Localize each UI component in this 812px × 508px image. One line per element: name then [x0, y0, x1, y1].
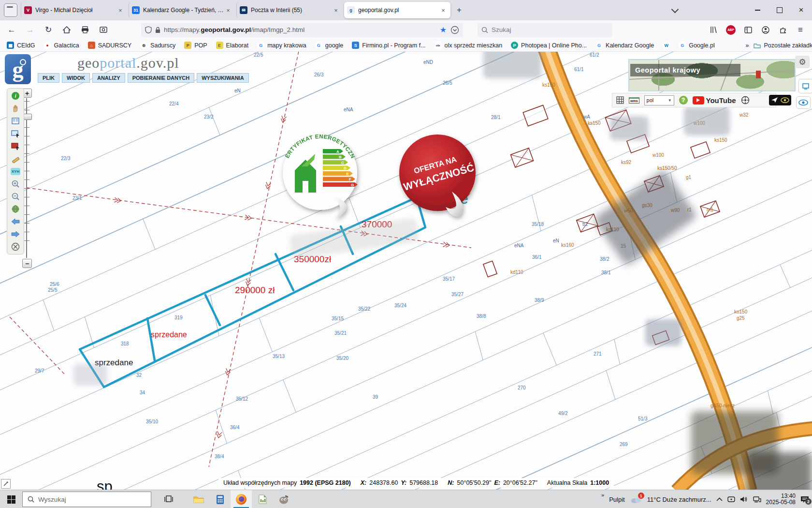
bookmark-item[interactable]: PPOP — [184, 42, 207, 49]
menu-icon[interactable]: ≡ — [793, 23, 808, 37]
tab-close-icon[interactable]: × — [224, 6, 232, 15]
calculator-icon[interactable] — [209, 490, 231, 508]
zoom-slider-track[interactable] — [26, 98, 27, 258]
clock[interactable]: 13:402025-05-08 — [766, 493, 796, 506]
browser-tab[interactable]: ggeoportal.gov.pl× — [344, 2, 450, 18]
home-button[interactable] — [59, 23, 74, 37]
pan-tool-icon[interactable] — [10, 103, 21, 114]
bookmark-item[interactable]: GGoogle.pl — [679, 42, 715, 49]
menu-item-analizy[interactable]: ANALIZY — [92, 73, 125, 83]
reload-button[interactable]: ↻ — [41, 23, 56, 37]
library-icon[interactable] — [706, 23, 721, 37]
accessibility-icon[interactable] — [741, 96, 750, 105]
overview-minimap[interactable]: Geoportal krajowy — [628, 59, 796, 91]
start-button[interactable] — [0, 490, 22, 508]
menu-item-wyszukiwania[interactable]: WYSZUKIWANIA — [197, 73, 248, 83]
tab-close-icon[interactable]: × — [116, 6, 125, 15]
visibility-button[interactable] — [796, 96, 811, 109]
menu-item-plik[interactable]: PLIK — [38, 73, 59, 83]
volume-icon[interactable] — [740, 496, 748, 503]
previous-view-icon[interactable] — [10, 216, 21, 227]
network-icon[interactable] — [753, 496, 761, 503]
account-icon[interactable] — [758, 23, 773, 37]
taskbar-overflow-chevron[interactable]: » — [601, 492, 604, 498]
tray-app-icon[interactable] — [727, 496, 735, 503]
legend-tool-icon[interactable] — [10, 116, 21, 126]
tray-chevron-icon[interactable] — [716, 497, 723, 502]
menu-item-widok[interactable]: WIDOK — [62, 73, 90, 83]
info-tool-icon[interactable]: i — [10, 90, 21, 101]
clipped-tool-button[interactable] — [798, 79, 812, 93]
settings-gear-icon[interactable]: ⚙ — [795, 56, 810, 68]
next-view-icon[interactable] — [10, 229, 21, 239]
menu-item-pobieranie-danych[interactable]: POBIERANIE DANYCH — [128, 73, 195, 83]
libreoffice-calc-icon[interactable] — [252, 490, 273, 508]
firefox-view-icon[interactable] — [4, 3, 17, 17]
share-visibility-button[interactable] — [769, 95, 791, 105]
task-view-icon[interactable] — [158, 490, 179, 508]
bookmark-item[interactable]: W — [663, 42, 670, 49]
sidebar-icon[interactable] — [740, 23, 756, 37]
bookmark-item[interactable]: GKalendarz Google — [595, 42, 654, 49]
search-bar[interactable]: Szukaj — [478, 23, 612, 37]
firefox-icon[interactable] — [231, 490, 252, 508]
bookmark-item[interactable]: ●Galactica — [44, 42, 79, 49]
bookmark-item[interactable]: Gmapy krakowa — [257, 42, 306, 49]
zoom-out-button[interactable]: − — [22, 259, 32, 268]
draw-corner-icon[interactable] — [1, 479, 11, 489]
gimp-icon[interactable] — [273, 490, 294, 508]
bookmarks-overflow-chevron[interactable]: » — [746, 42, 749, 49]
window-maximize-button[interactable] — [768, 0, 790, 20]
site-title: geoportal.gov.pl — [77, 55, 179, 71]
bookmark-item[interactable]: olxolx sprzedz mieszkan — [435, 42, 503, 49]
back-button[interactable]: ← — [4, 23, 19, 37]
xyh-tool-icon[interactable]: XYH — [10, 166, 21, 177]
other-bookmarks[interactable]: Pozostałe zakładki — [754, 42, 812, 49]
wms-icon[interactable]: wms — [629, 97, 639, 104]
file-explorer-icon[interactable] — [188, 490, 209, 508]
bookmark-item[interactable]: ⌂SADURSCY — [88, 42, 131, 49]
bookmark-item[interactable]: ▦CEIdG — [7, 42, 35, 49]
browser-tab[interactable]: VVirgo - Michał Dzięcioł× — [21, 2, 128, 18]
window-minimize-button[interactable] — [747, 0, 768, 20]
bookmark-item[interactable]: Ggoogle — [315, 42, 344, 49]
extensions-icon[interactable] — [775, 23, 791, 37]
language-select[interactable]: pol▼ — [644, 95, 674, 105]
browser-tab[interactable]: 31Kalendarz Google - Tydzień, w |× — [129, 2, 235, 18]
pocket-icon[interactable] — [450, 26, 459, 34]
weather-temp[interactable]: 11°C Duże zachmurz... — [647, 496, 711, 503]
close-tool-icon[interactable] — [10, 241, 21, 252]
bookmark-star-icon[interactable]: ★ — [440, 25, 447, 34]
browser-tab[interactable]: ✉Poczta w Interii (55)× — [236, 2, 343, 18]
bookmark-item[interactable]: ⊕Sadurscy — [140, 42, 175, 49]
url-bar[interactable]: https://mapy.geoportal.gov.pl/imap/Imgp_… — [141, 23, 463, 37]
select-area-tool-icon[interactable] — [10, 128, 21, 139]
desktop-toolbar-label[interactable]: Pulpit — [609, 496, 625, 503]
help-button[interactable]: ? — [679, 96, 688, 105]
window-close-button[interactable]: × — [790, 0, 812, 20]
tab-close-icon[interactable]: × — [332, 6, 340, 15]
bookmark-item[interactable]: EElaborat — [216, 42, 249, 49]
list-all-tabs-icon[interactable] — [666, 0, 684, 20]
action-center-icon[interactable]: 2 — [800, 495, 809, 503]
print-button[interactable] — [77, 23, 93, 37]
new-tab-button[interactable]: + — [453, 4, 465, 16]
geoportal-logo[interactable]: g — [5, 54, 31, 84]
parcel-number: 35/21 — [334, 330, 347, 336]
taskbar-search[interactable]: Wyszukaj — [22, 492, 151, 507]
youtube-link[interactable]: YouTube — [693, 96, 736, 105]
tracking-shield-icon[interactable] — [145, 26, 152, 33]
lock-icon[interactable] — [155, 27, 160, 33]
bookmark-item[interactable]: PPhotopea | Online Pho... — [511, 42, 587, 49]
measure-tool-icon[interactable] — [10, 153, 21, 164]
tab-close-icon[interactable]: × — [439, 6, 448, 15]
zoom-out-tool-icon[interactable] — [10, 191, 21, 202]
bookmark-item[interactable]: SFirmino.pl - Program f... — [352, 42, 425, 49]
full-extent-tool-icon[interactable] — [10, 204, 21, 214]
weather-icon[interactable]: 1 — [630, 495, 642, 504]
clear-selection-tool-icon[interactable] — [10, 141, 21, 151]
adblock-icon[interactable]: ABP — [723, 23, 739, 37]
layers-grid-icon[interactable] — [616, 96, 624, 104]
screenshot-button[interactable] — [96, 23, 111, 37]
zoom-in-tool-icon[interactable] — [10, 179, 21, 189]
